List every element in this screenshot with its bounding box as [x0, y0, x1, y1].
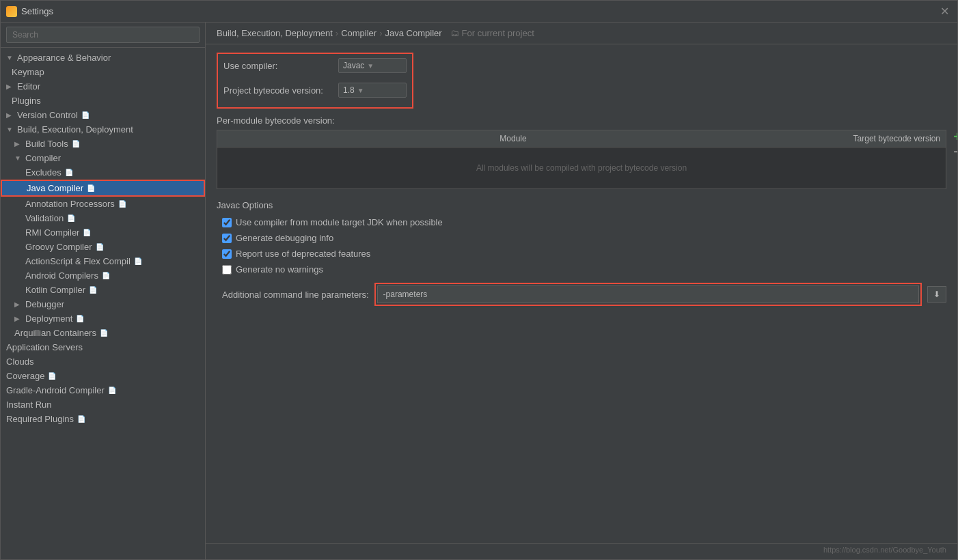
module-table-area: Module Target bytecode version All modul… — [217, 130, 946, 189]
sidebar-item-annotation[interactable]: Annotation Processors 📄 — [1, 197, 205, 211]
for-project-label: For current project — [462, 28, 534, 38]
javac-options-title: Javac Options — [217, 200, 946, 210]
checkbox-deprecated[interactable] — [222, 249, 232, 259]
page-icon: 📄 — [99, 328, 109, 338]
sidebar-item-editor[interactable]: ▶ Editor — [1, 79, 205, 94]
table-empty-message: All modules will be compiled with projec… — [463, 150, 700, 186]
module-table-container: Module Target bytecode version All modul… — [217, 130, 946, 189]
sidebar-item-validation[interactable]: Validation 📄 — [1, 211, 205, 225]
sidebar-item-gradle-android[interactable]: Gradle-Android Compiler 📄 — [1, 383, 205, 397]
sidebar-item-java-compiler[interactable]: Java Compiler 📄 — [1, 180, 205, 197]
page-icon: 📄 — [77, 415, 86, 424]
sidebar-item-compiler[interactable]: ▼ Compiler — [1, 151, 205, 165]
page-icon: 📄 — [47, 372, 57, 381]
sidebar-item-app-servers[interactable]: Application Servers — [1, 340, 205, 354]
sidebar-item-label: Arquillian Containers — [14, 328, 96, 338]
sidebar-item-label: Clouds — [6, 356, 33, 367]
page-icon: 📄 — [75, 314, 85, 324]
sidebar-item-label: Editor — [17, 81, 40, 92]
page-icon: 📄 — [82, 228, 92, 238]
sidebar-item-actionscript[interactable]: ActionScript & Flex Compil 📄 — [1, 254, 205, 268]
arrow-icon: ▶ — [6, 83, 14, 90]
sidebar-item-label: Instant Run — [6, 400, 52, 410]
app-icon — [6, 6, 17, 17]
status-bar: https://blog.csdn.net/Goodbye_Youth — [206, 543, 957, 559]
browse-icon: ⬇ — [933, 290, 940, 299]
col-target: Target bytecode version — [809, 130, 946, 147]
close-button[interactable]: ✕ — [938, 5, 952, 18]
page-icon: 📄 — [86, 184, 96, 193]
title-bar: Settings ✕ — [1, 1, 957, 23]
checkbox-debugging-row: Generate debugging info — [217, 233, 946, 243]
page-icon: 📄 — [118, 199, 127, 209]
use-compiler-label: Use compiler: — [223, 61, 333, 71]
checkbox-debugging-label: Generate debugging info — [236, 233, 333, 243]
page-icon: 📄 — [133, 257, 143, 266]
sidebar-item-label: Excludes — [25, 167, 61, 178]
sidebar-item-label: Build Tools — [25, 139, 68, 149]
checkbox-no-warnings-row: Generate no warnings — [217, 264, 946, 275]
sidebar-item-appearance[interactable]: ▼ Appearance & Behavior — [1, 51, 205, 65]
sidebar-item-groovy[interactable]: Groovy Compiler 📄 — [1, 240, 205, 254]
sidebar-item-label: Android Compilers — [25, 270, 98, 281]
main-content: ▼ Appearance & Behavior Keymap ▶ Editor … — [1, 23, 957, 559]
sidebar-item-required-plugins[interactable]: Required Plugins 📄 — [1, 412, 205, 426]
sidebar-item-coverage[interactable]: Coverage 📄 — [1, 369, 205, 383]
sidebar-item-label: RMI Compiler — [25, 227, 79, 238]
bytecode-version-dropdown[interactable]: 1.8 ▼ — [338, 83, 407, 98]
sidebar-item-rmi[interactable]: RMI Compiler 📄 — [1, 225, 205, 240]
cmd-params-input[interactable] — [377, 285, 919, 303]
title-bar-left: Settings — [6, 6, 53, 17]
checkbox-no-warnings[interactable] — [222, 265, 232, 275]
sidebar-item-kotlin[interactable]: Kotlin Compiler 📄 — [1, 283, 205, 297]
sidebar-item-arquillian[interactable]: Arquillian Containers 📄 — [1, 326, 205, 340]
arrow-icon: ▼ — [14, 154, 23, 162]
cmd-browse-button[interactable]: ⬇ — [927, 286, 946, 303]
panel-content: Use compiler: Javac ▼ Project bytecode v… — [206, 44, 957, 543]
arrow-icon: ▶ — [14, 315, 23, 322]
sidebar-item-excludes[interactable]: Excludes 📄 — [1, 165, 205, 180]
checkbox-use-compiler[interactable] — [222, 218, 232, 227]
sidebar-item-plugins[interactable]: Plugins — [1, 94, 205, 108]
sidebar-item-build-execution[interactable]: ▼ Build, Execution, Deployment — [1, 122, 205, 137]
page-icon: 📄 — [107, 386, 117, 395]
breadcrumb-compiler: Compiler — [341, 28, 377, 38]
sidebar-item-instant-run[interactable]: Instant Run — [1, 397, 205, 412]
sidebar-item-label: Compiler — [25, 153, 61, 163]
checkbox-use-compiler-label: Use compiler from module target JDK when… — [236, 217, 443, 227]
use-compiler-row: Use compiler: Javac ▼ — [223, 58, 407, 73]
sidebar-item-label: Build, Execution, Deployment — [17, 124, 133, 135]
dropdown-arrow-icon: ▼ — [367, 62, 374, 70]
page-icon: 📄 — [95, 242, 105, 252]
arrow-icon: ▶ — [6, 111, 14, 119]
arrow-icon: ▶ — [14, 300, 23, 308]
sidebar-item-keymap[interactable]: Keymap — [1, 65, 205, 79]
search-input[interactable] — [6, 27, 200, 43]
main-panel: Build, Execution, Deployment › Compiler … — [206, 23, 957, 559]
use-compiler-dropdown[interactable]: Javac ▼ — [338, 58, 407, 73]
checkbox-use-compiler-row: Use compiler from module target JDK when… — [217, 217, 946, 227]
dropdown-arrow-icon: ▼ — [357, 87, 364, 94]
sidebar-item-build-tools[interactable]: ▶ Build Tools 📄 — [1, 137, 205, 151]
sidebar-item-android[interactable]: Android Compilers 📄 — [1, 268, 205, 283]
col-module: Module — [217, 130, 809, 147]
sidebar: ▼ Appearance & Behavior Keymap ▶ Editor … — [1, 23, 206, 559]
table-remove-button[interactable]: − — [953, 145, 957, 158]
table-body: All modules will be compiled with projec… — [217, 148, 946, 188]
page-icon: 📄 — [64, 168, 74, 178]
sidebar-item-label: Deployment — [25, 313, 72, 324]
arrow-icon: ▶ — [14, 140, 23, 148]
search-bar — [1, 23, 205, 48]
sidebar-item-version-control[interactable]: ▶ Version Control 📄 — [1, 108, 205, 122]
sidebar-item-deployment[interactable]: ▶ Deployment 📄 — [1, 311, 205, 326]
sidebar-item-clouds[interactable]: Clouds — [1, 354, 205, 369]
table-header: Module Target bytecode version — [217, 130, 946, 148]
checkbox-debugging[interactable] — [222, 234, 232, 243]
sidebar-item-debugger[interactable]: ▶ Debugger — [1, 297, 205, 311]
table-add-button[interactable]: + — [953, 130, 957, 143]
breadcrumb-sep2: › — [379, 28, 382, 38]
sidebar-item-label: Groovy Compiler — [25, 242, 92, 252]
sidebar-item-label: Version Control — [17, 110, 78, 120]
breadcrumb-sep1: › — [336, 28, 338, 38]
breadcrumb-build: Build, Execution, Deployment — [217, 28, 333, 38]
